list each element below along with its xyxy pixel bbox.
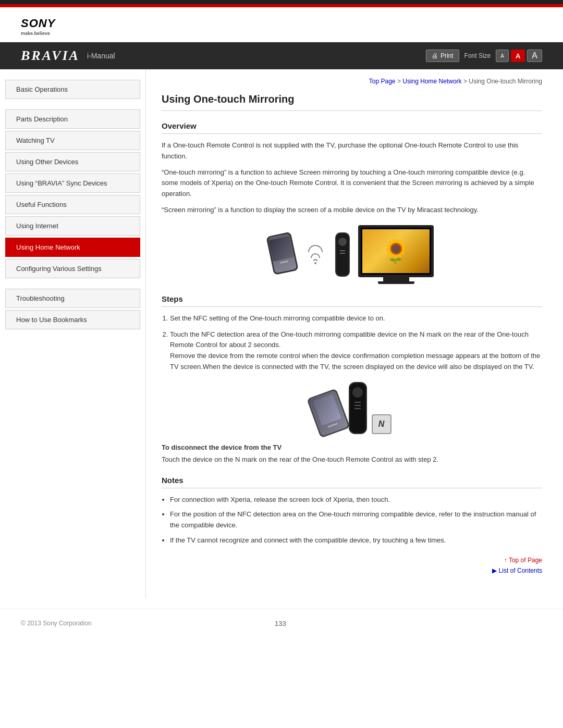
- sidebar-item-using-other-devices[interactable]: Using Other Devices: [5, 152, 140, 171]
- header-bar: BRAVIA i-Manual 🖨 Print Font Size A A A: [0, 42, 563, 69]
- sidebar-divider: [0, 101, 145, 109]
- sidebar-item-watching-tv[interactable]: Watching TV: [5, 131, 140, 150]
- note-1: For connection with Xperia, release the …: [170, 495, 542, 505]
- imanual-label: i-Manual: [87, 52, 115, 60]
- step-1: Set the NFC setting of the One-touch mir…: [170, 313, 542, 324]
- breadcrumb-top-page[interactable]: Top Page: [369, 78, 396, 85]
- sidebar-item-troubleshooting[interactable]: Troubleshooting: [5, 289, 140, 308]
- overview-p2: “One-touch mirroring” is a function to a…: [162, 167, 542, 200]
- sidebar-item-using-home-network[interactable]: Using Home Network: [5, 238, 140, 257]
- steps-list: Set the NFC setting of the One-touch mir…: [170, 313, 542, 373]
- note-3: If the TV cannot recognize and connect w…: [170, 535, 542, 546]
- font-size-controls: A A A: [496, 50, 542, 62]
- breadcrumb-using-home-network[interactable]: Using Home Network: [402, 78, 461, 85]
- page-number: 133: [275, 620, 286, 627]
- nfc-phone-icon: [307, 388, 350, 438]
- overview-p3: “Screen mirroring” is a function to disp…: [162, 205, 542, 216]
- logo-area: SONY make.believe: [0, 7, 563, 42]
- sony-logo: SONY: [21, 17, 542, 30]
- notes-title: Notes: [162, 476, 542, 488]
- nfc-badge-icon: N: [372, 414, 391, 434]
- disconnect-text: Touch the device on the N mark on the re…: [162, 454, 542, 465]
- sony-tagline: make.believe: [21, 31, 542, 36]
- sidebar: Basic Operations Parts Description Watch…: [0, 69, 146, 598]
- breadcrumb: Top Page > Using Home Network > Using On…: [162, 78, 542, 85]
- content-area: Top Page > Using Home Network > Using On…: [146, 69, 563, 598]
- header-right: 🖨 Print Font Size A A A: [426, 50, 542, 62]
- overview-p1: If a One-touch Remote Control is not sup…: [162, 140, 542, 162]
- remote-control-icon: [335, 232, 350, 277]
- page-footer: © 2013 Sony Corporation 133: [0, 609, 563, 638]
- wifi-waves-icon: [308, 245, 323, 264]
- main-layout: Basic Operations Parts Description Watch…: [0, 69, 563, 598]
- nfc-illustration: N: [162, 382, 542, 434]
- step-2: Touch the NFC detection area of the One-…: [170, 329, 542, 373]
- font-size-label: Font Size: [464, 52, 491, 59]
- sidebar-item-bookmarks[interactable]: How to Use Bookmarks: [5, 310, 140, 329]
- sidebar-item-parts-description[interactable]: Parts Description: [5, 109, 140, 129]
- font-small-button[interactable]: A: [496, 50, 509, 62]
- top-of-page-link[interactable]: ↑ Top of Page: [162, 557, 542, 564]
- sidebar-item-bravia-sync[interactable]: Using “BRAVIA” Sync Devices: [5, 174, 140, 193]
- sidebar-item-configuring-settings[interactable]: Configuring Various Settings: [5, 259, 140, 278]
- note-2: For the position of the NFC detection ar…: [170, 509, 542, 531]
- nfc-remote-icon: [349, 382, 367, 434]
- copyright: © 2013 Sony Corporation: [21, 620, 92, 627]
- print-icon: 🖨: [432, 52, 438, 59]
- bravia-logo: BRAVIA: [21, 48, 80, 64]
- sidebar-item-useful-functions[interactable]: Useful Functions: [5, 195, 140, 214]
- list-of-contents-link[interactable]: ▶ List of Contents: [162, 567, 542, 574]
- overview-title: Overview: [162, 121, 542, 134]
- steps-title: Steps: [162, 294, 542, 307]
- font-large-button[interactable]: A: [527, 50, 542, 62]
- mirroring-illustration: 🌻: [162, 225, 542, 284]
- sidebar-item-using-internet[interactable]: Using Internet: [5, 216, 140, 236]
- notes-list: For connection with Xperia, release the …: [170, 495, 542, 546]
- breadcrumb-sep2: >: [463, 78, 469, 85]
- font-medium-button[interactable]: A: [511, 50, 525, 62]
- phone-device-icon: [266, 231, 302, 278]
- sidebar-item-basic-operations[interactable]: Basic Operations: [5, 80, 140, 99]
- disconnect-heading: To disconnect the device from the TV: [162, 443, 542, 451]
- print-button[interactable]: 🖨 Print: [426, 50, 459, 62]
- tv-icon: 🌻: [358, 225, 434, 284]
- top-bar: [0, 0, 563, 4]
- breadcrumb-sep1: >: [397, 78, 402, 85]
- footer-links: ↑ Top of Page ▶ List of Contents: [162, 557, 542, 574]
- breadcrumb-current: Using One-touch Mirroring: [469, 78, 542, 85]
- page-title: Using One-touch Mirroring: [162, 93, 542, 111]
- sidebar-divider2: [0, 280, 145, 289]
